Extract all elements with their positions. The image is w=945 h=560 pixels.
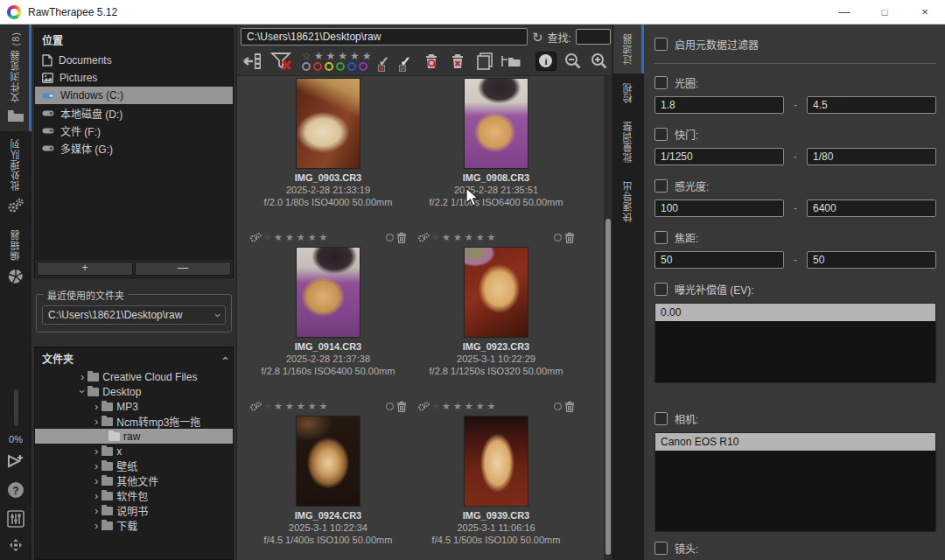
recent-folders-dropdown[interactable]: C:\Users\18621\Desktop\raw › <box>42 305 226 325</box>
tree-item-creative-cloud[interactable]: › Creative Cloud Files <box>35 369 233 384</box>
color-label-blue[interactable] <box>347 62 356 71</box>
chevron-right-icon[interactable]: › <box>94 505 98 516</box>
scrollbar-thumb[interactable] <box>606 219 611 555</box>
chevron-right-icon[interactable]: › <box>94 460 98 472</box>
thumb-trash-icon[interactable] <box>564 232 575 243</box>
thumb-star[interactable]: ★ <box>487 401 496 412</box>
tree-item-other-files[interactable]: › 其他文件 <box>35 473 233 488</box>
thumbnail-img-0914[interactable] <box>296 247 360 338</box>
thumbnail-img-0924[interactable] <box>296 416 360 507</box>
thumb-unrank-star[interactable]: ☆ <box>264 233 271 242</box>
enable-metadata-filter-checkbox[interactable] <box>654 38 668 51</box>
tab-file-browser[interactable]: 文件浏览器 (8) <box>0 24 32 131</box>
thumb-star[interactable]: ★ <box>274 232 283 243</box>
color-label-yellow[interactable] <box>325 62 333 71</box>
lens-filter-checkbox[interactable] <box>654 542 668 555</box>
thumb-color-label-icon[interactable] <box>554 234 562 242</box>
thumb-star[interactable]: ★ <box>453 232 462 243</box>
tab-batch-queue[interactable]: 批处理队列 <box>0 131 32 222</box>
tree-item-raw[interactable]: raw <box>35 429 233 444</box>
color-label-purple[interactable] <box>359 62 368 71</box>
chevron-right-icon[interactable]: › <box>94 520 98 531</box>
camera-filter-checkbox[interactable] <box>654 412 668 425</box>
thumbnail-img-0923[interactable] <box>464 247 528 338</box>
remove-place-button[interactable]: — <box>135 262 231 276</box>
thumb-unrank-star[interactable]: ☆ <box>432 233 439 242</box>
filter-edited-icon[interactable]: ✓✓ <box>400 53 415 69</box>
thumbnail-img-0903[interactable] <box>296 78 360 169</box>
thumb-gear-icon[interactable] <box>417 402 430 411</box>
thumb-star[interactable]: ★ <box>442 232 451 243</box>
camera-list-body[interactable] <box>655 451 935 531</box>
thumb-star[interactable]: ★ <box>319 401 328 412</box>
tree-item-ncm[interactable]: › Ncm转mp3拖一拖 <box>35 414 233 429</box>
thumb-star[interactable]: ★ <box>285 232 294 243</box>
path-input[interactable] <box>241 28 528 46</box>
iso-to-input[interactable] <box>807 200 936 217</box>
filter-star-3[interactable]: ★ <box>338 51 347 61</box>
thumb-unrank-star[interactable]: ☆ <box>264 402 271 410</box>
thumb-trash-icon[interactable] <box>396 232 407 243</box>
thumb-gear-icon[interactable] <box>249 402 262 411</box>
refresh-icon[interactable]: ↻ <box>532 31 543 44</box>
add-place-button[interactable]: + <box>37 262 133 276</box>
thumb-gear-icon[interactable] <box>249 233 262 242</box>
chevron-right-icon[interactable]: › <box>94 401 98 412</box>
color-label-gray[interactable] <box>302 62 311 71</box>
filter-star-2[interactable]: ★ <box>326 51 336 61</box>
zoom-in-icon[interactable] <box>590 52 609 71</box>
fullscreen-move-icon[interactable] <box>7 539 24 555</box>
tree-item-wallpaper[interactable]: › 壁纸 <box>35 458 233 473</box>
thumb-star[interactable]: ★ <box>319 232 328 243</box>
aperture-from-input[interactable] <box>654 96 784 114</box>
grid-scrollbar[interactable] <box>604 76 612 560</box>
close-button[interactable]: × <box>905 0 945 24</box>
tree-item-packages[interactable]: › 软件包 <box>35 488 233 503</box>
ev-list-body[interactable] <box>655 321 935 382</box>
shutter-to-input[interactable] <box>807 148 936 165</box>
color-label-green[interactable] <box>336 62 345 71</box>
shutter-filter-checkbox[interactable] <box>654 128 668 141</box>
iso-filter-checkbox[interactable] <box>654 179 668 192</box>
thumb-star[interactable]: ★ <box>465 401 473 412</box>
tree-item-desktop[interactable]: › Desktop <box>35 384 233 399</box>
tab-filter[interactable]: 过滤器 <box>613 24 644 74</box>
thumb-star[interactable]: ★ <box>308 232 317 243</box>
help-icon[interactable]: ? <box>7 481 24 502</box>
thumb-star[interactable]: ★ <box>487 232 496 243</box>
iso-from-input[interactable] <box>654 200 784 217</box>
thumb-color-label-icon[interactable] <box>554 402 562 410</box>
place-drive-d[interactable]: 本地磁盘 (D:) <box>35 104 233 122</box>
thumb-star[interactable]: ★ <box>476 401 485 412</box>
place-drive-g[interactable]: 多媒体 (G:) <box>35 139 233 157</box>
show-trash-icon[interactable] <box>422 52 441 71</box>
thumb-color-label-icon[interactable] <box>386 402 394 410</box>
filter-star-4[interactable]: ★ <box>350 51 360 61</box>
aperture-to-input[interactable] <box>807 96 936 114</box>
thumbnail-img-0939[interactable] <box>464 416 528 507</box>
tab-inspect[interactable]: 检视 <box>613 74 644 112</box>
tab-fast-export[interactable]: 快速导出 <box>613 172 644 231</box>
color-label-red[interactable] <box>313 62 322 71</box>
thumb-star[interactable]: ★ <box>476 232 485 243</box>
empty-trash-icon[interactable] <box>448 52 467 71</box>
tab-batch-edit[interactable]: 批量调整 <box>613 112 644 172</box>
zoom-out-icon[interactable] <box>564 52 583 71</box>
chevron-expanded-icon[interactable]: › <box>77 389 88 393</box>
chevron-right-icon[interactable]: › <box>94 416 98 427</box>
thumb-star[interactable]: ★ <box>297 232 305 243</box>
tree-item-manuals[interactable]: › 说明书 <box>35 503 233 518</box>
chevron-right-icon[interactable]: › <box>94 445 98 457</box>
maximize-button[interactable]: □ <box>864 0 905 24</box>
thumb-trash-icon[interactable] <box>396 401 407 412</box>
chevron-right-icon[interactable]: › <box>80 371 84 382</box>
move-to-folder-icon[interactable] <box>500 52 522 70</box>
focal-to-input[interactable] <box>807 251 936 269</box>
thumb-gear-icon[interactable] <box>417 233 430 242</box>
thumb-star[interactable]: ★ <box>465 232 473 243</box>
minimize-button[interactable]: — <box>824 0 864 24</box>
thumb-star[interactable]: ★ <box>297 401 305 412</box>
place-documents[interactable]: Documents <box>35 52 233 69</box>
thumb-star[interactable]: ★ <box>453 401 462 412</box>
tree-item-downloads[interactable]: › 下载 <box>35 518 233 533</box>
